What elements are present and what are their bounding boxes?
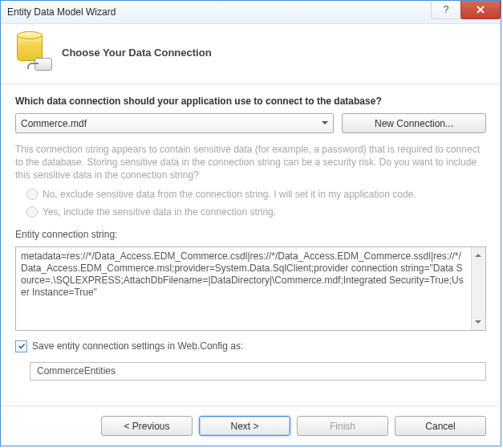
radio-icon xyxy=(26,206,38,218)
next-button[interactable]: Next > xyxy=(199,416,290,436)
finish-button: Finish xyxy=(297,416,388,436)
entity-connection-string[interactable]: metadata=res://*/Data_Access.EDM_Commerc… xyxy=(15,246,486,331)
wizard-body: Which data connection should your applic… xyxy=(1,84,501,405)
option-include: Yes, include the sensitive data in the c… xyxy=(26,206,486,218)
wizard-header: Choose Your Data Connection xyxy=(1,24,501,84)
connection-selected: Commerce.mdf xyxy=(21,118,87,129)
entity-string-text: metadata=res://*/Data_Access.EDM_Commerc… xyxy=(21,250,481,299)
sensitive-data-warning: This connection string appears to contai… xyxy=(15,143,486,182)
question-label: Which data connection should your applic… xyxy=(15,96,486,107)
save-checkbox[interactable] xyxy=(15,340,27,352)
new-connection-button[interactable]: New Connection... xyxy=(342,113,486,133)
scrollbar[interactable] xyxy=(471,247,485,330)
close-icon xyxy=(477,6,485,14)
entity-string-label: Entity connection string: xyxy=(15,229,486,240)
save-checkbox-label: Save entity connection settings in Web.C… xyxy=(32,340,243,352)
page-title: Choose Your Data Connection xyxy=(62,47,212,59)
connection-dropdown[interactable]: Commerce.mdf xyxy=(15,113,334,133)
previous-button[interactable]: < Previous xyxy=(101,416,193,436)
titlebar: Entity Data Model Wizard ? xyxy=(1,1,501,24)
option-exclude-label: No, exclude sensitive data from the conn… xyxy=(43,189,416,200)
wizard-window: Entity Data Model Wizard ? Choose Your D… xyxy=(0,0,501,446)
cancel-button[interactable]: Cancel xyxy=(395,416,486,436)
wizard-footer: < Previous Next > Finish Cancel xyxy=(1,405,501,446)
config-name-value: CommerceEntities xyxy=(37,365,116,377)
config-name-input[interactable]: CommerceEntities xyxy=(30,362,486,381)
titlebar-buttons: ? xyxy=(432,1,501,23)
close-button[interactable] xyxy=(460,1,501,19)
database-connection-icon xyxy=(15,34,51,69)
option-include-label: Yes, include the sensitive data in the c… xyxy=(43,206,276,218)
save-settings-row: Save entity connection settings in Web.C… xyxy=(15,340,486,352)
radio-icon xyxy=(26,189,38,200)
help-button[interactable]: ? xyxy=(431,1,461,19)
option-exclude: No, exclude sensitive data from the conn… xyxy=(26,189,486,200)
window-title: Entity Data Model Wizard xyxy=(7,6,432,18)
connection-row: Commerce.mdf New Connection... xyxy=(15,113,486,133)
checkmark-icon xyxy=(18,342,26,350)
